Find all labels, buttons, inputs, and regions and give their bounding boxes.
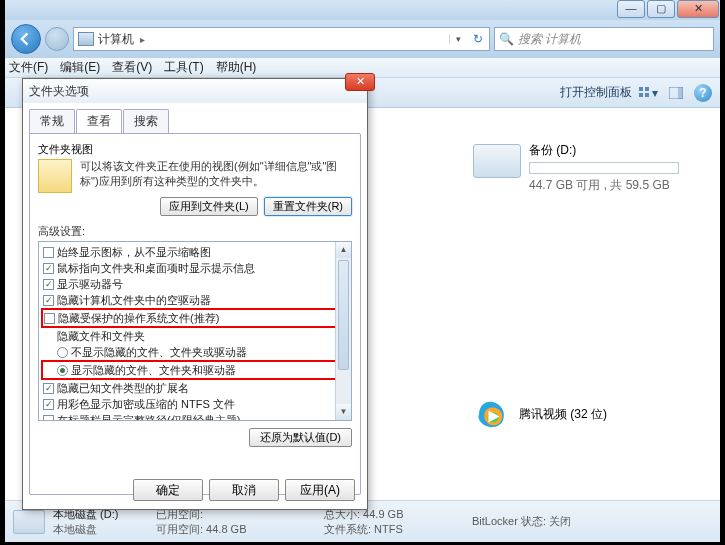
- opt-full-path: 在标题栏显示完整路径(仅限经典主题): [57, 412, 240, 421]
- apply-button[interactable]: 应用(A): [285, 479, 355, 501]
- app-item-tencent[interactable]: 腾讯视频 (32 位): [473, 396, 688, 432]
- reset-folders-button[interactable]: 重置文件夹(R): [264, 197, 352, 216]
- drive-capacity-bar: [529, 162, 679, 174]
- status-free-space: 可用空间: 44.8 GB: [156, 522, 316, 537]
- advanced-settings-list: 始终显示图标，从不显示缩略图 ✓鼠标指向文件夹和桌面项时显示提示信息 ✓显示驱动…: [38, 241, 352, 421]
- menu-view[interactable]: 查看(V): [112, 59, 152, 76]
- tab-view[interactable]: 查看: [76, 109, 122, 133]
- address-bar[interactable]: 计算机 ▸ ▾ ↻: [73, 27, 490, 51]
- tab-search[interactable]: 搜索: [123, 109, 169, 133]
- checkbox-drive-letters[interactable]: ✓: [43, 279, 54, 290]
- search-input[interactable]: 🔍 搜索 计算机: [494, 27, 714, 51]
- menu-file[interactable]: 文件(F): [9, 59, 48, 76]
- folder-view-group: 可以将该文件夹正在使用的视图(例如"详细信息"或"图标")应用到所有这种类型的文…: [38, 159, 352, 193]
- checkbox-hide-protected[interactable]: [44, 313, 55, 324]
- apply-to-folders-button[interactable]: 应用到文件夹(L): [160, 197, 257, 216]
- restore-defaults-button[interactable]: 还原为默认值(D): [249, 428, 352, 447]
- opt-hide-empty: 隐藏计算机文件夹中的空驱动器: [57, 292, 211, 308]
- svg-rect-2: [639, 93, 643, 97]
- folder-view-icon: [38, 159, 72, 193]
- opt-dont-show-hidden: 不显示隐藏的文件、文件夹或驱动器: [71, 344, 247, 360]
- preview-pane-button[interactable]: [664, 82, 688, 104]
- folder-view-group-label: 文件夹视图: [38, 142, 352, 157]
- cancel-button[interactable]: 取消: [209, 479, 279, 501]
- checkbox-ntfs-color[interactable]: ✓: [43, 399, 54, 410]
- opt-ntfs-color: 用彩色显示加密或压缩的 NTFS 文件: [57, 396, 235, 412]
- ok-button[interactable]: 确定: [133, 479, 203, 501]
- help-button[interactable]: ?: [694, 84, 712, 102]
- dialog-close-button[interactable]: ✕: [345, 73, 375, 91]
- folder-options-dialog: 文件夹选项 ✕ 常规 查看 搜索 文件夹视图 可以将该文件夹正在使用的视图(例如…: [22, 78, 368, 510]
- status-bitlocker: BitLocker 状态: 关闭: [472, 514, 571, 529]
- dialog-title-text: 文件夹选项: [29, 83, 89, 100]
- dialog-titlebar[interactable]: 文件夹选项: [23, 79, 367, 103]
- address-dropdown-icon[interactable]: ▾: [449, 34, 467, 44]
- window-titlebar: — ▢ ✕: [5, 0, 720, 20]
- address-bar-row: 计算机 ▸ ▾ ↻ 🔍 搜索 计算机: [5, 20, 720, 58]
- opt-hide-protected: 隐藏受保护的操作系统文件(推荐): [58, 310, 219, 326]
- radio-show-hidden[interactable]: [57, 365, 68, 376]
- dialog-tabs: 常规 查看 搜索: [29, 109, 361, 133]
- opt-drive-letters: 显示驱动器号: [57, 276, 123, 292]
- opt-show-hidden: 显示隐藏的文件、文件夹和驱动器: [71, 362, 236, 378]
- drive-icon: [473, 144, 521, 178]
- menu-tools[interactable]: 工具(T): [164, 59, 203, 76]
- checkbox-hide-empty[interactable]: ✓: [43, 295, 54, 306]
- svg-rect-0: [639, 87, 643, 91]
- breadcrumb-separator-icon[interactable]: ▸: [140, 34, 145, 45]
- address-crumb-computer[interactable]: 计算机: [98, 31, 134, 48]
- checkbox-show-icons[interactable]: [43, 247, 54, 258]
- advanced-scrollbar[interactable]: ▲ ▼: [335, 242, 351, 420]
- folder-view-text: 可以将该文件夹正在使用的视图(例如"详细信息"或"图标")应用到所有这种类型的文…: [80, 159, 352, 193]
- checkbox-full-path[interactable]: [43, 415, 54, 422]
- nav-back-button[interactable]: [11, 24, 41, 54]
- maximize-button[interactable]: ▢: [647, 0, 675, 18]
- svg-rect-5: [678, 87, 683, 99]
- status-subtitle: 本地磁盘: [53, 522, 148, 537]
- status-filesystem: 文件系统: NTFS: [324, 522, 464, 537]
- tencent-video-icon: [473, 396, 509, 432]
- open-control-panel-button[interactable]: 打开控制面板: [560, 84, 632, 101]
- search-icon: 🔍: [499, 32, 514, 46]
- menu-help[interactable]: 帮助(H): [216, 59, 257, 76]
- svg-rect-1: [645, 87, 649, 91]
- app-item-label: 腾讯视频 (32 位): [519, 406, 607, 423]
- opt-hidden-folder-group: 隐藏文件和文件夹: [57, 328, 145, 344]
- scroll-up-icon[interactable]: ▲: [336, 242, 351, 258]
- tab-view-body: 文件夹视图 可以将该文件夹正在使用的视图(例如"详细信息"或"图标")应用到所有…: [29, 133, 361, 495]
- checkbox-hide-ext[interactable]: ✓: [43, 383, 54, 394]
- drive-item-d[interactable]: 备份 (D:) 44.7 GB 可用 , 共 59.5 GB: [473, 142, 688, 194]
- minimize-button[interactable]: —: [617, 0, 645, 18]
- nav-forward-button[interactable]: [45, 27, 69, 51]
- status-drive-icon: [13, 510, 45, 534]
- arrow-left-icon: [19, 32, 33, 46]
- advanced-settings-label: 高级设置:: [38, 224, 352, 239]
- radio-dont-show-hidden[interactable]: [57, 347, 68, 358]
- scroll-thumb[interactable]: [338, 260, 349, 370]
- view-grid-icon: [638, 86, 652, 100]
- refresh-icon[interactable]: ↻: [473, 32, 483, 46]
- view-options-button[interactable]: ▾: [636, 82, 660, 104]
- tab-general[interactable]: 常规: [29, 109, 75, 133]
- close-button[interactable]: ✕: [677, 0, 719, 18]
- computer-icon: [78, 32, 94, 46]
- drive-name: 备份 (D:): [529, 142, 688, 159]
- drive-detail: 44.7 GB 可用 , 共 59.5 GB: [529, 177, 688, 194]
- scroll-down-icon[interactable]: ▼: [336, 404, 351, 420]
- opt-tooltip: 鼠标指向文件夹和桌面项时显示提示信息: [57, 260, 255, 276]
- search-placeholder: 搜索 计算机: [518, 31, 581, 48]
- opt-hide-ext: 隐藏已知文件类型的扩展名: [57, 380, 189, 396]
- menu-edit[interactable]: 编辑(E): [60, 59, 100, 76]
- checkbox-tooltip[interactable]: ✓: [43, 263, 54, 274]
- svg-rect-3: [645, 93, 649, 97]
- pane-icon: [669, 87, 683, 99]
- opt-show-icons: 始终显示图标，从不显示缩略图: [57, 244, 211, 260]
